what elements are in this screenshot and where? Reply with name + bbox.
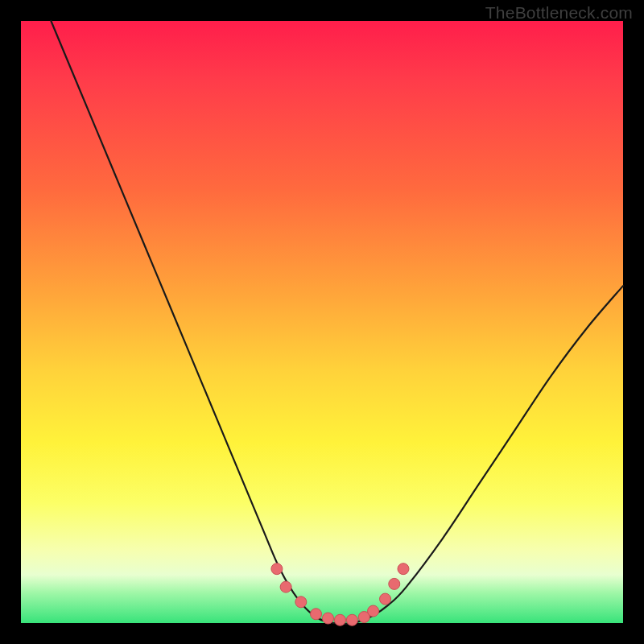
watermark-text: TheBottleneck.com	[485, 3, 633, 23]
curve-marker	[271, 564, 283, 575]
chart-frame: TheBottleneck.com	[0, 0, 644, 644]
curve-marker	[334, 614, 345, 625]
curve-svg	[21, 21, 623, 623]
bottleneck-curve	[51, 21, 623, 624]
curve-marker	[389, 578, 400, 589]
marker-group	[271, 564, 409, 626]
curve-marker	[322, 613, 333, 624]
curve-marker	[295, 597, 307, 608]
curve-marker	[346, 614, 357, 625]
curve-marker	[311, 609, 322, 620]
curve-marker	[368, 605, 379, 617]
curve-marker	[398, 564, 409, 575]
curve-marker	[380, 593, 391, 605]
curve-marker	[280, 581, 291, 592]
